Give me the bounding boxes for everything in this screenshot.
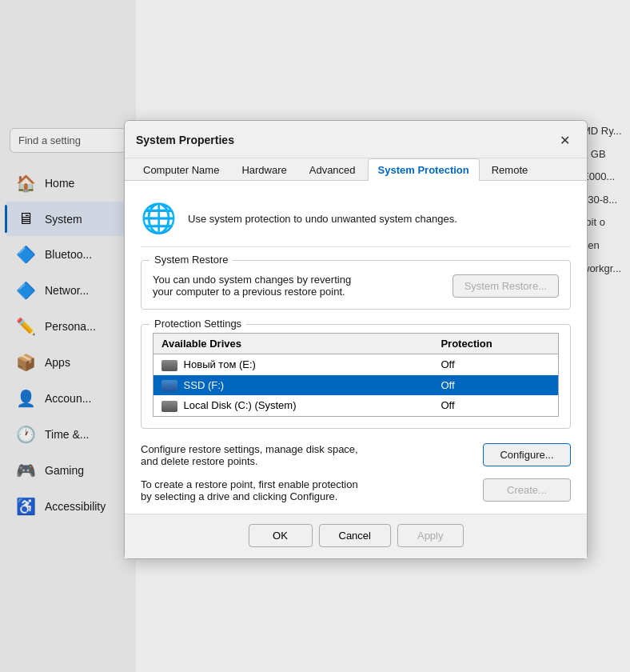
dialog-titlebar: System Properties ✕ <box>125 121 587 158</box>
dialog-title: System Properties <box>136 134 234 146</box>
drive-name: Local Disk (C:) (System) <box>154 395 433 416</box>
configure-button[interactable]: Configure... <box>483 443 571 466</box>
tab-system-protection[interactable]: System Protection <box>368 158 480 181</box>
create-description: To create a restore point, first enable … <box>141 478 472 502</box>
protection-settings-label: Protection Settings <box>150 318 246 330</box>
drive-name: Новый том (E:) <box>154 354 433 375</box>
system-properties-dialog: System Properties ✕ Computer NameHardwar… <box>124 120 588 559</box>
drive-row[interactable]: Local Disk (C:) (System) Off <box>154 395 559 416</box>
create-row: To create a restore point, first enable … <box>141 478 571 502</box>
system-restore-description: You can undo system changes by reverting… <box>153 274 441 298</box>
drives-table: Available Drives Protection Новый том (E… <box>153 333 559 417</box>
drive-icon <box>161 360 177 371</box>
drive-protection: Off <box>433 395 558 416</box>
dialog-tabs: Computer NameHardwareAdvancedSystem Prot… <box>125 158 587 181</box>
dialog-description-row: 🌐 Use system protection to undo unwanted… <box>141 194 571 247</box>
system-restore-content: You can undo system changes by reverting… <box>153 274 559 298</box>
dialog-overlay: System Properties ✕ Computer NameHardwar… <box>0 0 630 672</box>
system-restore-label: System Restore <box>150 254 233 266</box>
drive-name: SSD (F:) <box>154 375 433 396</box>
system-restore-button[interactable]: System Restore... <box>453 274 559 298</box>
ok-button[interactable]: OK <box>249 524 313 547</box>
drive-row[interactable]: Новый том (E:) Off <box>154 354 559 375</box>
drive-protection: Off <box>433 354 558 375</box>
tab-hardware[interactable]: Hardware <box>231 158 297 181</box>
drive-icon <box>161 401 177 412</box>
drive-icon <box>161 380 177 391</box>
dialog-close-button[interactable]: ✕ <box>553 129 576 151</box>
col-available-drives: Available Drives <box>154 334 433 354</box>
protection-settings-section: Protection Settings Available Drives Pro… <box>141 324 571 429</box>
tab-remote[interactable]: Remote <box>481 158 539 181</box>
dialog-footer: OK Cancel Apply <box>125 514 587 558</box>
tab-advanced[interactable]: Advanced <box>299 158 366 181</box>
drive-row[interactable]: SSD (F:) Off <box>154 375 559 396</box>
create-button[interactable]: Create... <box>483 478 571 502</box>
system-protection-icon: 🌐 <box>141 202 177 235</box>
cancel-button[interactable]: Cancel <box>319 524 391 547</box>
drive-protection: Off <box>433 375 558 396</box>
configure-row: Configure restore settings, manage disk … <box>141 443 571 467</box>
col-protection: Protection <box>433 334 558 354</box>
system-restore-section: System Restore You can undo system chang… <box>141 260 571 310</box>
configure-description: Configure restore settings, manage disk … <box>141 443 472 467</box>
dialog-description-text: Use system protection to undo unwanted s… <box>188 213 457 225</box>
apply-button[interactable]: Apply <box>397 524 464 547</box>
dialog-body: 🌐 Use system protection to undo unwanted… <box>125 181 587 514</box>
tab-computer-name[interactable]: Computer Name <box>133 158 229 181</box>
